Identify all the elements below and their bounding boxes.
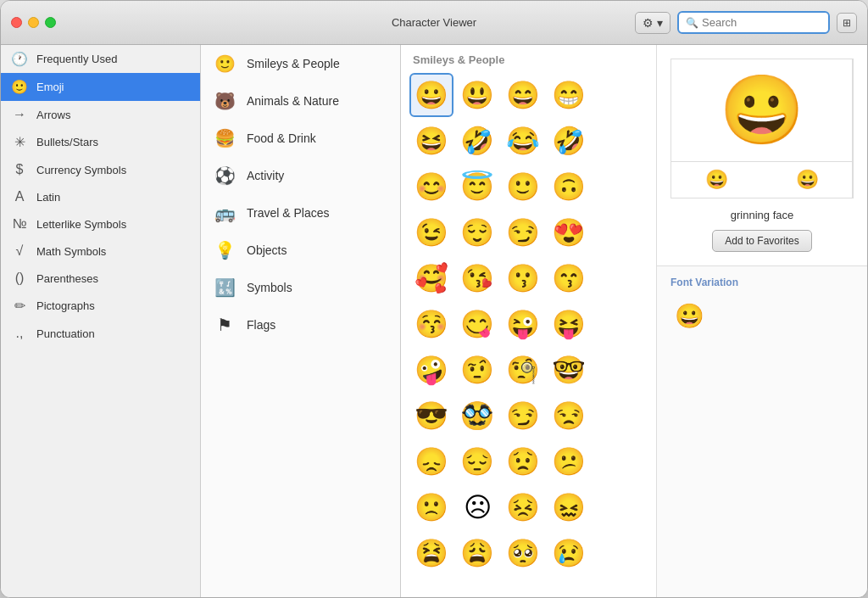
emoji-section-title: Smileys & People xyxy=(409,53,648,66)
sidebar-left-label-arrows: Arrows xyxy=(36,109,70,121)
emoji-grid-section: Smileys & People 😀😃😄😁😆🤣😂🤣😊😇🙂🙃😉😌😏😍🥰😘😗😙😚😋😜… xyxy=(401,45,657,597)
emoji-cell-27[interactable]: 🤓 xyxy=(547,348,591,392)
sidebar-left-item-math[interactable]: √ Math Symbols xyxy=(1,238,200,265)
font-variation-section: Font Variation 😀 xyxy=(657,266,867,344)
emoji-cell-25[interactable]: 🤨 xyxy=(455,348,499,392)
emoji-cell-6[interactable]: 😂 xyxy=(501,119,545,163)
emoji-cell-7[interactable]: 🤣 xyxy=(547,119,591,163)
sidebar-left-item-bullets[interactable]: ✳ Bullets/Stars xyxy=(1,128,200,156)
emoji-cell-15[interactable]: 😍 xyxy=(547,210,591,254)
emoji-cell-11[interactable]: 🙃 xyxy=(547,165,591,209)
sidebar-left-item-emoji[interactable]: 🙂 Emoji xyxy=(1,73,200,101)
sidebar-left-item-currency[interactable]: $ Currency Symbols xyxy=(1,156,200,183)
emoji-cell-32[interactable]: 😞 xyxy=(409,439,453,483)
sidebar-left-label-frequently-used: Frequently Used xyxy=(36,53,117,65)
emoji-cell-29[interactable]: 🥸 xyxy=(455,394,499,438)
emoji-cell-43[interactable]: 😢 xyxy=(547,531,591,575)
emoji-cell-21[interactable]: 😋 xyxy=(455,302,499,346)
window-title: Character Viewer xyxy=(392,16,476,29)
emoji-cell-36[interactable]: 🙁 xyxy=(409,485,453,529)
sidebar-mid-item-travel[interactable]: 🚌 Travel & Places xyxy=(201,194,400,232)
emoji-cell-3[interactable]: 😁 xyxy=(547,73,591,117)
sidebar-left-label-letterlike: Letterlike Symbols xyxy=(36,218,126,231)
emoji-cell-34[interactable]: 😟 xyxy=(501,439,545,483)
sidebar-mid-item-flags[interactable]: ⚑ Flags xyxy=(201,306,400,344)
emoji-cell-9[interactable]: 😇 xyxy=(455,165,499,209)
emoji-cell-28[interactable]: 😎 xyxy=(409,394,453,438)
search-icon: 🔍 xyxy=(686,17,698,29)
sidebar-left-label-parentheses: Parentheses xyxy=(36,272,98,285)
sidebar-left-item-letterlike[interactable]: № Letterlike Symbols xyxy=(1,210,200,238)
sidebar-mid-label-animals: Animals & Nature xyxy=(247,94,339,108)
emoji-cell-14[interactable]: 😏 xyxy=(501,210,545,254)
minimize-button[interactable] xyxy=(28,17,39,28)
emoji-cell-22[interactable]: 😜 xyxy=(501,302,545,346)
emoji-cell-33[interactable]: 😔 xyxy=(455,439,499,483)
emoji-cell-31[interactable]: 😒 xyxy=(547,394,591,438)
right-panel: 😀 😀 😀 grinning face Add to Favorites Fon… xyxy=(657,45,867,597)
emoji-cell-17[interactable]: 😘 xyxy=(455,256,499,300)
sidebar-mid-icon-flags: ⚑ xyxy=(213,315,236,335)
font-var-cell-0[interactable]: 😀 xyxy=(670,297,708,334)
sidebar-mid-label-objects: Objects xyxy=(247,243,287,257)
sidebar-mid-item-smileys[interactable]: 🙂 Smileys & People xyxy=(201,45,400,82)
traffic-lights xyxy=(11,17,56,28)
preview-grid: 😀 😀 😀 xyxy=(670,59,854,198)
emoji-cell-19[interactable]: 😙 xyxy=(547,256,591,300)
sidebar-left-icon-arrows: → xyxy=(11,107,28,122)
sidebar-mid-label-smileys: Smileys & People xyxy=(247,57,340,70)
sidebar-left-item-arrows[interactable]: → Arrows xyxy=(1,101,200,128)
sidebar-left-label-bullets: Bullets/Stars xyxy=(36,136,98,148)
emoji-cell-26[interactable]: 🧐 xyxy=(501,348,545,392)
sidebar-mid-item-objects[interactable]: 💡 Objects xyxy=(201,232,400,269)
sidebar-mid-icon-activity: ⚽ xyxy=(213,165,236,186)
emoji-cell-5[interactable]: 🤣 xyxy=(455,119,499,163)
emoji-cell-40[interactable]: 😫 xyxy=(409,531,453,575)
sidebar-mid-item-symbols[interactable]: 🔣 Symbols xyxy=(201,269,400,306)
emoji-cell-18[interactable]: 😗 xyxy=(501,256,545,300)
sidebar-mid-item-animals[interactable]: 🐻 Animals & Nature xyxy=(201,82,400,120)
sidebar-mid-item-food[interactable]: 🍔 Food & Drink xyxy=(201,120,400,157)
sidebar-left-item-pictographs[interactable]: ✏ Pictographs xyxy=(1,292,200,320)
main-content: 🕐 Frequently Used🙂 Emoji→ Arrows✳ Bullet… xyxy=(1,45,867,597)
sidebar-left-item-frequently-used[interactable]: 🕐 Frequently Used xyxy=(1,45,200,73)
font-variation-title: Font Variation xyxy=(670,277,854,288)
emoji-cell-37[interactable]: ☹ xyxy=(455,485,499,529)
emoji-cell-42[interactable]: 🥺 xyxy=(501,531,545,575)
emoji-cell-1[interactable]: 😃 xyxy=(455,73,499,117)
emoji-cell-13[interactable]: 😌 xyxy=(455,210,499,254)
emoji-cell-41[interactable]: 😩 xyxy=(455,531,499,575)
emoji-cell-0[interactable]: 😀 xyxy=(409,73,453,117)
sidebar-left-item-punctuation[interactable]: ., Punctuation xyxy=(1,320,200,347)
close-button[interactable] xyxy=(11,17,22,28)
emoji-cell-35[interactable]: 😕 xyxy=(547,439,591,483)
emoji-cell-38[interactable]: 😣 xyxy=(501,485,545,529)
gear-button[interactable]: ⚙ ▾ xyxy=(635,12,670,34)
maximize-button[interactable] xyxy=(45,17,56,28)
sidebar-left-icon-letterlike: № xyxy=(11,216,28,232)
search-input[interactable] xyxy=(702,16,821,29)
add-to-favorites-button[interactable]: Add to Favorites xyxy=(712,230,811,252)
grid-view-button[interactable]: ⊞ xyxy=(837,13,857,33)
emoji-cell-4[interactable]: 😆 xyxy=(409,119,453,163)
sidebar-left-item-parentheses[interactable]: () Parentheses xyxy=(1,265,200,292)
emoji-cell-23[interactable]: 😝 xyxy=(547,302,591,346)
emoji-cell-8[interactable]: 😊 xyxy=(409,165,453,209)
sidebar-left-label-currency: Currency Symbols xyxy=(36,164,126,176)
emoji-cell-20[interactable]: 😚 xyxy=(409,302,453,346)
emoji-grid: 😀😃😄😁😆🤣😂🤣😊😇🙂🙃😉😌😏😍🥰😘😗😙😚😋😜😝🤪🤨🧐🤓😎🥸😏😒😞😔😟😕🙁☹😣😖… xyxy=(409,73,648,575)
sidebar-left-icon-latin: A xyxy=(11,189,28,204)
emoji-cell-24[interactable]: 🤪 xyxy=(409,348,453,392)
sidebar-left-icon-punctuation: ., xyxy=(11,326,28,341)
emoji-cell-16[interactable]: 🥰 xyxy=(409,256,453,300)
emoji-cell-12[interactable]: 😉 xyxy=(409,210,453,254)
sidebar-mid-item-activity[interactable]: ⚽ Activity xyxy=(201,157,400,194)
sidebar-mid-icon-smileys: 🙂 xyxy=(213,53,236,74)
emoji-cell-39[interactable]: 😖 xyxy=(547,485,591,529)
sidebar-left-item-latin[interactable]: A Latin xyxy=(1,183,200,210)
emoji-cell-2[interactable]: 😄 xyxy=(501,73,545,117)
emoji-cell-10[interactable]: 🙂 xyxy=(501,165,545,209)
emoji-cell-30[interactable]: 😏 xyxy=(501,394,545,438)
sidebar-mid-label-flags: Flags xyxy=(247,318,275,332)
small-emoji-preview-2: 😀 xyxy=(762,162,853,198)
